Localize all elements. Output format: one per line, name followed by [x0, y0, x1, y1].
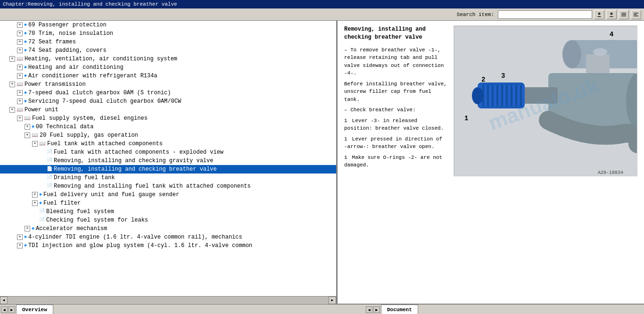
tree-item[interactable]: +📖Fuel tank with attached components: [0, 140, 336, 148]
tab-document[interactable]: Document: [381, 305, 418, 314]
expand-icon[interactable]: +: [32, 192, 38, 198]
title-bar-text: Chapter:Removing, installing and checkin…: [3, 1, 177, 7]
left-panel: +◆69 Passenger protection+◆70 Trim, nois…: [0, 21, 338, 304]
svg-point-0: [598, 12, 601, 15]
tree-item[interactable]: +◆Fuel delivery unit and fuel gauge send…: [0, 190, 336, 199]
expand-icon[interactable]: +: [25, 226, 30, 231]
expand-icon[interactable]: +: [17, 22, 23, 28]
tree-item[interactable]: +📖Fuel supply system, diesel engines: [0, 114, 336, 123]
tree-item-label: 74 Seat padding, covers: [28, 47, 107, 54]
svg-rect-4: [621, 16, 626, 17]
scroll-left-btn[interactable]: ◀: [0, 297, 8, 304]
expand-icon[interactable]: +: [17, 243, 23, 248]
diamond-icon: ◆: [24, 21, 27, 29]
expand-icon[interactable]: +: [17, 73, 23, 79]
diamond-icon: ◆: [24, 98, 27, 105]
tree-item[interactable]: 📄Removing and installing fuel tank with …: [0, 182, 336, 190]
tree-item-label: 69 Passenger protection: [28, 21, 107, 29]
mechanical-illustration: 1 2 3 4 manualo.uk A20-10834: [454, 26, 637, 176]
tree-item-label: Fuel tank with attached components: [47, 140, 163, 148]
tree-item-label: 72 Seat frames: [28, 38, 76, 46]
tree-item[interactable]: +◆69 Passenger protection: [0, 21, 336, 29]
tree-item[interactable]: +◆Heating and air conditioning: [0, 63, 336, 72]
right-left-arrow[interactable]: ◀: [366, 306, 372, 313]
expand-icon[interactable]: +: [9, 107, 15, 113]
book-icon: 📖: [32, 132, 38, 139]
tree-item[interactable]: +◆7-speed dual clutch gearbox 0AM (S tro…: [0, 89, 336, 97]
tree-item[interactable]: +◆Air conditioner with refrigerant R134a: [0, 72, 336, 80]
doc-icon: 📄: [47, 174, 52, 182]
tree-item-label: Power transmission: [25, 81, 86, 88]
tree-item-label: 00 Technical data: [36, 123, 93, 131]
tree-item[interactable]: 📄Draining fuel tank: [0, 174, 336, 182]
scroll-right-btn[interactable]: ▶: [329, 297, 336, 304]
search-input[interactable]: [498, 10, 592, 19]
left-arrow[interactable]: ◀: [1, 306, 8, 313]
tree-item[interactable]: 📄Removing, installing and checking breat…: [0, 165, 336, 174]
title-bar: Chapter:Removing, installing and checkin…: [0, 0, 644, 8]
tree-item[interactable]: +◆Accelerator mechanism: [0, 224, 336, 233]
left-nav-arrows: ◀ ▶: [0, 306, 16, 314]
svg-rect-19: [492, 85, 494, 106]
horizontal-scrollbar[interactable]: ◀ ▶: [0, 296, 336, 304]
tree-item[interactable]: 📄Fuel tank with attached components - ex…: [0, 148, 336, 157]
scroll-track[interactable]: [8, 297, 329, 304]
tab-overview[interactable]: Overview: [16, 305, 53, 314]
expand-icon[interactable]: +: [9, 56, 15, 62]
tree-item[interactable]: +◆72 Seat frames: [0, 38, 336, 46]
tree-item-label: Bleeding fuel system: [46, 208, 114, 215]
expand-icon[interactable]: +: [17, 99, 23, 104]
book-icon: 📖: [17, 106, 23, 114]
menu-btn-1[interactable]: [619, 10, 629, 19]
svg-rect-3: [621, 14, 626, 15]
expand-icon[interactable]: +: [25, 124, 30, 130]
doc-icon: 📄: [39, 208, 45, 215]
expand-icon[interactable]: +: [17, 234, 23, 240]
tree-item-label: Removing and installing fuel tank with a…: [54, 182, 251, 190]
right-right-arrow[interactable]: ▶: [373, 306, 380, 313]
right-arrow[interactable]: ▶: [8, 306, 15, 313]
tree-scroll[interactable]: +◆69 Passenger protection+◆70 Trim, nois…: [0, 21, 336, 296]
tree-item-label: Servicing 7-speed dual clutch gearbox 0A…: [28, 98, 181, 105]
diamond-icon: ◆: [32, 123, 34, 131]
expand-icon[interactable]: +: [17, 31, 23, 36]
label-1: 1: [464, 115, 468, 122]
diamond-icon: ◆: [24, 64, 27, 71]
expand-icon[interactable]: +: [25, 132, 30, 138]
svg-rect-5: [634, 13, 638, 14]
tree-item[interactable]: +◆TDI injection and glow plug system (4-…: [0, 241, 336, 250]
label-3: 3: [501, 72, 505, 80]
tree-item[interactable]: 📄Checking fuel system for leaks: [0, 216, 336, 224]
expand-icon[interactable]: +: [17, 90, 23, 96]
user-btn-2[interactable]: [606, 10, 617, 19]
tree-item[interactable]: +◆Servicing 7-speed dual clutch gearbox …: [0, 97, 336, 106]
expand-icon[interactable]: +: [32, 200, 38, 206]
tree-item-label: Fuel filter: [43, 199, 81, 207]
doc-icon: 📄: [47, 165, 52, 173]
tree-item[interactable]: +📖Heating, ventilation, air conditioning…: [0, 55, 336, 63]
tree-item-label: 20 Fuel supply, gas operation: [40, 132, 138, 139]
expand-icon[interactable]: +: [9, 82, 15, 87]
tree-item[interactable]: 📄Removing, installing and checking gravi…: [0, 157, 336, 165]
image-ref: A20-10834: [598, 170, 623, 175]
tree-item[interactable]: +◆4-cylinder TDI engine (1.6 ltr. 4-valv…: [0, 233, 336, 241]
menu-btn-2[interactable]: [631, 10, 641, 19]
label-2: 2: [481, 76, 485, 83]
tree-item[interactable]: +◆00 Technical data: [0, 123, 336, 131]
expand-icon[interactable]: +: [32, 141, 38, 147]
tree-item[interactable]: +📖Power unit: [0, 106, 336, 114]
tree-item[interactable]: +◆Fuel filter: [0, 199, 336, 207]
user-btn-1[interactable]: [594, 10, 604, 19]
expand-icon[interactable]: +: [17, 48, 23, 53]
tree-item[interactable]: +📖20 Fuel supply, gas operation: [0, 131, 336, 140]
tree-item[interactable]: 📄Bleeding fuel system: [0, 207, 336, 216]
expand-icon[interactable]: +: [17, 116, 23, 121]
tree-item[interactable]: +◆70 Trim, noise insulation: [0, 29, 336, 38]
para-check: – Check breather valve:: [344, 106, 448, 114]
tree-item[interactable]: +◆74 Seat padding, covers: [0, 46, 336, 55]
expand-icon[interactable]: +: [17, 39, 23, 45]
doc-body-text: – To remove breather valve -1-, release …: [344, 46, 448, 169]
expand-icon[interactable]: +: [17, 65, 23, 70]
tree-item[interactable]: +📖Power transmission: [0, 80, 336, 89]
left-tabs: ◀ ▶ Overview: [0, 305, 363, 314]
